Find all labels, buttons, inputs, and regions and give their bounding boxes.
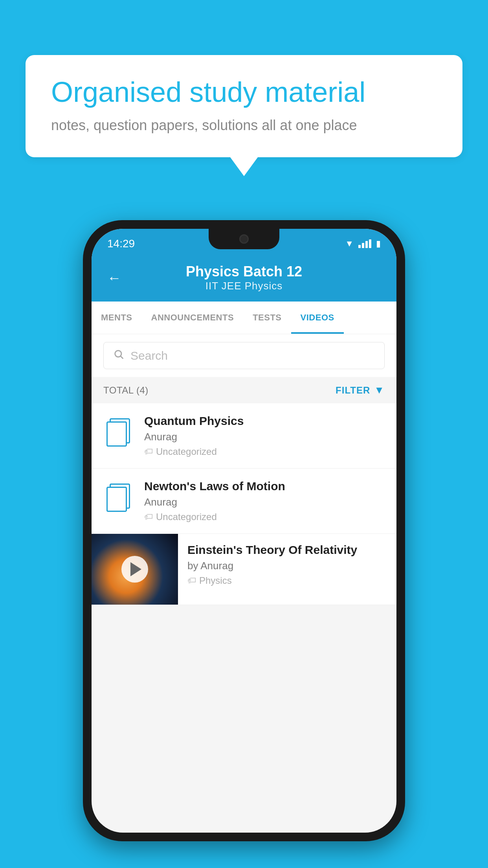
header-title-block: Physics Batch 12 IIT JEE Physics	[133, 263, 355, 292]
status-icons: ▼ ▮	[345, 239, 381, 249]
back-button[interactable]: ←	[107, 270, 121, 286]
filter-label: FILTER	[336, 385, 370, 396]
video-item-author: by Anurag	[187, 560, 387, 572]
tag-icon: 🏷	[187, 576, 196, 586]
list-item[interactable]: Newton's Laws of Motion Anurag 🏷 Uncateg…	[92, 469, 396, 534]
item-title: Quantum Physics	[144, 414, 385, 428]
list-item[interactable]: Quantum Physics Anurag 🏷 Uncategorized	[92, 403, 396, 469]
tab-videos[interactable]: VIDEOS	[291, 302, 344, 334]
tag-icon: 🏷	[144, 447, 153, 457]
video-tag-text: Physics	[199, 575, 232, 586]
search-input-wrapper[interactable]: Search	[103, 342, 385, 369]
speech-bubble-container: Organised study material notes, question…	[26, 55, 462, 157]
play-triangle-icon	[130, 562, 141, 576]
document-icon	[106, 418, 132, 447]
item-tag: 🏷 Uncategorized	[144, 511, 385, 522]
battery-icon: ▮	[376, 239, 381, 249]
wifi-icon: ▼	[345, 239, 354, 249]
search-placeholder: Search	[130, 349, 168, 362]
item-icon-wrapper	[103, 417, 135, 448]
video-list-item[interactable]: Einstein's Theory Of Relativity by Anura…	[92, 534, 396, 605]
filter-funnel-icon: ▼	[374, 384, 385, 396]
tag-icon: 🏷	[144, 512, 153, 522]
phone-screen: 14:29 ▼ ▮ ←	[92, 229, 396, 833]
document-icon	[106, 484, 132, 512]
video-item-content: Einstein's Theory Of Relativity by Anura…	[178, 534, 396, 596]
item-author: Anurag	[144, 431, 385, 443]
signal-icon	[358, 239, 371, 248]
doc-page-front	[106, 487, 127, 512]
tab-announcements[interactable]: ANNOUNCEMENTS	[142, 302, 244, 334]
search-icon	[113, 349, 124, 362]
video-item-title: Einstein's Theory Of Relativity	[187, 543, 387, 557]
video-item-tag: 🏷 Physics	[187, 575, 387, 586]
phone-outer: 14:29 ▼ ▮ ←	[83, 220, 405, 841]
tab-tests[interactable]: TESTS	[243, 302, 291, 334]
speech-bubble: Organised study material notes, question…	[26, 55, 462, 157]
search-container: Search	[92, 334, 396, 377]
phone-notch	[209, 229, 279, 249]
header-title: Physics Batch 12	[133, 263, 355, 280]
item-icon-wrapper	[103, 482, 135, 513]
status-time: 14:29	[107, 237, 135, 250]
content-list: Quantum Physics Anurag 🏷 Uncategorized	[92, 403, 396, 605]
item-content: Quantum Physics Anurag 🏷 Uncategorized	[144, 414, 385, 457]
filter-button[interactable]: FILTER ▼	[336, 384, 385, 396]
play-button[interactable]	[121, 556, 148, 583]
app-header: ← Physics Batch 12 IIT JEE Physics	[92, 256, 396, 302]
item-author: Anurag	[144, 496, 385, 508]
tag-text: Uncategorized	[156, 511, 217, 522]
total-count: TOTAL (4)	[103, 385, 149, 396]
item-title: Newton's Laws of Motion	[144, 480, 385, 493]
tag-text: Uncategorized	[156, 446, 217, 457]
item-tag: 🏷 Uncategorized	[144, 446, 385, 457]
svg-line-1	[121, 356, 123, 358]
bubble-title: Organised study material	[51, 77, 437, 108]
front-camera	[239, 234, 249, 244]
header-subtitle: IIT JEE Physics	[133, 280, 355, 292]
tab-ments[interactable]: MENTS	[92, 302, 142, 334]
video-thumbnail	[92, 534, 178, 605]
bubble-subtitle: notes, question papers, solutions all at…	[51, 117, 437, 134]
item-content: Newton's Laws of Motion Anurag 🏷 Uncateg…	[144, 480, 385, 522]
tabs-bar: MENTS ANNOUNCEMENTS TESTS VIDEOS	[92, 302, 396, 334]
doc-page-front	[106, 421, 127, 447]
phone-mockup: 14:29 ▼ ▮ ←	[83, 220, 405, 841]
filter-bar: TOTAL (4) FILTER ▼	[92, 377, 396, 403]
